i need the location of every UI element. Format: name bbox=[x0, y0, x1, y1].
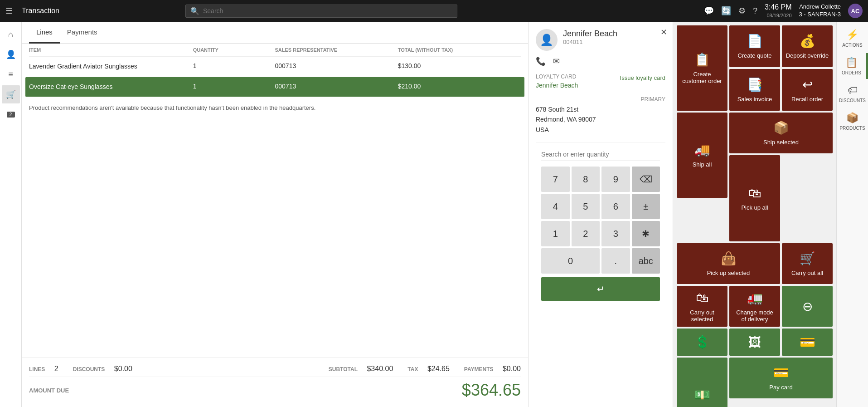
item-qty-2: 1 bbox=[193, 83, 275, 92]
issue-loyalty-button[interactable]: Issue loyalty card bbox=[620, 74, 665, 81]
item-rep-2: 000713 bbox=[275, 83, 398, 92]
sidebar-item-home[interactable]: ⌂ bbox=[2, 25, 20, 44]
sidebar-item-cart[interactable]: 🛒 bbox=[2, 85, 20, 103]
discount-button[interactable]: ⊖ bbox=[782, 286, 833, 327]
numpad-3[interactable]: 3 bbox=[601, 221, 630, 246]
sidebar-products[interactable]: 📦 PRODUCTS bbox=[839, 108, 866, 134]
cash-icon-button[interactable]: 💲 bbox=[677, 329, 727, 356]
numpad-section: 7 8 9 ⌫ 4 5 6 ± 1 2 3 ✱ 0 . abc ↵ bbox=[536, 142, 665, 306]
pick-up-all-button[interactable]: 🛍 Pick up all bbox=[729, 155, 780, 241]
numpad-decimal[interactable]: . bbox=[601, 248, 630, 274]
numpad-7[interactable]: 7 bbox=[541, 167, 570, 192]
ship-all-icon: 🚚 bbox=[694, 142, 710, 157]
deposit-override-button[interactable]: 💰 Deposit override bbox=[782, 25, 833, 67]
actions-label: ACTIONS bbox=[842, 43, 862, 48]
numpad-backspace[interactable]: ⌫ bbox=[632, 167, 660, 192]
deposit-override-icon: 💰 bbox=[800, 34, 815, 49]
right-panel: 📋 Create customer order 📄 Create quote 💰… bbox=[673, 22, 836, 407]
numpad-plusminus[interactable]: ± bbox=[632, 194, 660, 219]
sales-invoice-button[interactable]: 📑 Sales invoice bbox=[729, 69, 780, 111]
numpad-8[interactable]: 8 bbox=[572, 167, 600, 192]
numpad-grid: 7 8 9 ⌫ 4 5 6 ± 1 2 3 ✱ 0 . abc ↵ bbox=[541, 167, 660, 301]
numpad-5[interactable]: 5 bbox=[572, 194, 600, 219]
image-icon: 🖼 bbox=[748, 335, 761, 350]
center-content: Lines Payments ITEM QUANTITY SALES REPRE… bbox=[22, 22, 528, 407]
create-customer-order-button[interactable]: 📋 Create customer order bbox=[677, 25, 727, 111]
menu-icon[interactable]: ☰ bbox=[5, 6, 13, 16]
numpad-abc[interactable]: abc bbox=[632, 248, 660, 274]
sidebar-item-customer[interactable]: 👤 bbox=[2, 45, 20, 64]
sidebar-orders[interactable]: 📋 ORDERS bbox=[837, 53, 866, 79]
numpad-enter[interactable]: ↵ bbox=[541, 277, 660, 301]
customer-avatar: 👤 bbox=[536, 29, 558, 51]
numpad-9[interactable]: 9 bbox=[601, 167, 630, 192]
create-customer-order-icon: 📋 bbox=[694, 52, 710, 67]
customer-info: Jennifer Beach 004011 bbox=[563, 29, 617, 45]
address-line1: 678 South 21st bbox=[536, 104, 665, 114]
pay-cash-button[interactable]: 💵 Pay cash bbox=[677, 358, 727, 407]
products-label: PRODUCTS bbox=[839, 126, 865, 131]
carry-out-all-button[interactable]: 🛒 Carry out all bbox=[782, 243, 833, 284]
amount-due-label: AMOUNT DUE bbox=[29, 387, 69, 394]
table-row[interactable]: Lavender Gradient Aviator Sunglasses 1 0… bbox=[29, 57, 521, 77]
item-total-1: $130.00 bbox=[398, 62, 521, 71]
lines-summary: LINES 2 bbox=[29, 365, 58, 373]
tab-payments[interactable]: Payments bbox=[60, 22, 105, 44]
sidebar-item-count[interactable]: 2 bbox=[2, 105, 20, 123]
payments-value: $0.00 bbox=[503, 365, 521, 373]
email-icon[interactable]: ✉ bbox=[553, 56, 560, 66]
subtotal-value: $340.00 bbox=[367, 365, 393, 373]
numpad-2[interactable]: 2 bbox=[572, 221, 600, 246]
sales-invoice-icon: 📑 bbox=[747, 77, 763, 92]
sidebar-discounts[interactable]: 🏷 DISCOUNTS bbox=[839, 81, 866, 107]
pay-card-button[interactable]: 💳 Pay card bbox=[729, 358, 833, 398]
ship-all-button[interactable]: 🚚 Ship all bbox=[677, 113, 727, 198]
cash-icon: 💲 bbox=[694, 335, 710, 350]
settings-icon[interactable]: ⚙ bbox=[738, 6, 746, 16]
numpad-4[interactable]: 4 bbox=[541, 194, 570, 219]
numpad-1[interactable]: 1 bbox=[541, 221, 570, 246]
col-item: ITEM bbox=[29, 47, 193, 53]
numpad-search-input[interactable] bbox=[541, 148, 660, 161]
discounts-icon: 🏷 bbox=[848, 84, 858, 96]
sidebar-item-menu[interactable]: ≡ bbox=[2, 65, 20, 83]
change-mode-delivery-button[interactable]: 🚛 Change mode of delivery bbox=[729, 286, 780, 327]
search-bar[interactable]: 🔍 bbox=[185, 5, 457, 18]
lines-count: 2 bbox=[54, 365, 58, 373]
left-sidebar: ⌂ 👤 ≡ 🛒 2 bbox=[0, 22, 22, 407]
topbar-user: Andrew Collette 3 - SANFRAN-3 bbox=[799, 3, 841, 19]
chat-icon[interactable]: 💬 bbox=[704, 6, 714, 16]
phone-icon[interactable]: 📞 bbox=[536, 56, 546, 66]
address-line3: USA bbox=[536, 125, 665, 135]
create-quote-button[interactable]: 📄 Create quote bbox=[729, 25, 780, 67]
table-row[interactable]: Oversize Cat-eye Sunglasses 1 000713 $21… bbox=[25, 77, 524, 98]
close-customer-button[interactable]: ✕ bbox=[660, 27, 667, 37]
tabs: Lines Payments bbox=[22, 22, 528, 44]
customer-contacts: 📞 ✉ bbox=[536, 56, 665, 66]
image-button[interactable]: 🖼 bbox=[729, 329, 780, 356]
subtotal-block: SUBTOTAL $340.00 bbox=[329, 365, 393, 373]
lines-table: ITEM QUANTITY SALES REPRESENTATIVE TOTAL… bbox=[22, 44, 528, 97]
numpad-multiply[interactable]: ✱ bbox=[632, 221, 660, 246]
orders-label: ORDERS bbox=[842, 70, 861, 75]
recall-order-button[interactable]: ↩ Recall order bbox=[782, 69, 833, 111]
ship-selected-button[interactable]: 📦 Ship selected bbox=[729, 113, 833, 153]
discounts-label: DISCOUNTS bbox=[839, 98, 866, 103]
pick-up-selected-button[interactable]: 👜 Pick up selected bbox=[677, 243, 780, 284]
refresh-icon[interactable]: 🔄 bbox=[721, 6, 731, 16]
search-input[interactable] bbox=[203, 7, 452, 15]
card-small-button[interactable]: 💳 bbox=[782, 329, 833, 356]
user-location: 3 - SANFRAN-3 bbox=[799, 11, 841, 19]
carry-out-selected-button[interactable]: 🛍 Carry out selected bbox=[677, 286, 727, 327]
topbar-right: 💬 🔄 ⚙ ? 3:46 PM 08/19/2020 Andrew Collet… bbox=[704, 3, 863, 19]
sidebar-actions[interactable]: ⚡ ACTIONS bbox=[839, 25, 866, 51]
loyalty-name[interactable]: Jennifer Beach bbox=[536, 82, 665, 89]
orders-icon: 📋 bbox=[845, 57, 858, 69]
tab-lines[interactable]: Lines bbox=[29, 22, 60, 44]
user-avatar[interactable]: AC bbox=[848, 4, 863, 18]
numpad-6[interactable]: 6 bbox=[601, 194, 630, 219]
help-icon[interactable]: ? bbox=[753, 6, 757, 16]
item-name-1: Lavender Gradient Aviator Sunglasses bbox=[29, 62, 193, 71]
pick-up-selected-icon: 👜 bbox=[721, 251, 737, 266]
numpad-0[interactable]: 0 bbox=[541, 248, 600, 274]
